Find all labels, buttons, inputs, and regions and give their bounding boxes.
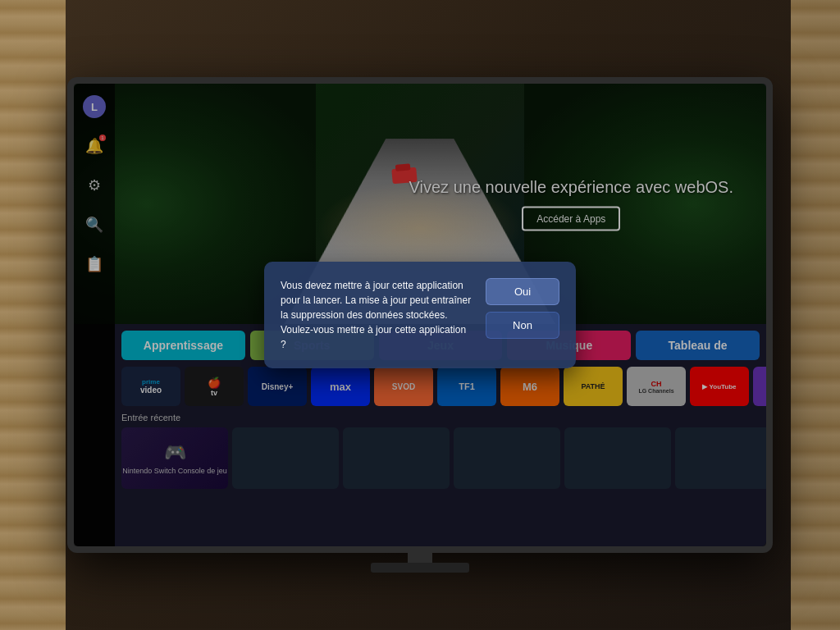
tv-screen: L 🔔 1 ⚙ 🔍 📋 bbox=[74, 84, 766, 546]
curtain-right bbox=[791, 0, 840, 630]
dialog-overlay: Vous devez mettre à jour cette applicati… bbox=[74, 84, 766, 546]
dialog-non-button[interactable]: Non bbox=[486, 312, 559, 339]
dialog-oui-button[interactable]: Oui bbox=[486, 278, 559, 305]
tv-stand bbox=[371, 546, 469, 579]
curtain-left bbox=[0, 0, 66, 630]
dialog-message: Vous devez mettre à jour cette applicati… bbox=[281, 278, 472, 352]
tv-stand-neck bbox=[408, 546, 432, 563]
update-dialog: Vous devez mettre à jour cette applicati… bbox=[264, 262, 576, 368]
tv-frame: L 🔔 1 ⚙ 🔍 📋 bbox=[67, 77, 773, 553]
tv-stand-base bbox=[371, 563, 469, 573]
dialog-buttons: Oui Non bbox=[486, 278, 559, 352]
